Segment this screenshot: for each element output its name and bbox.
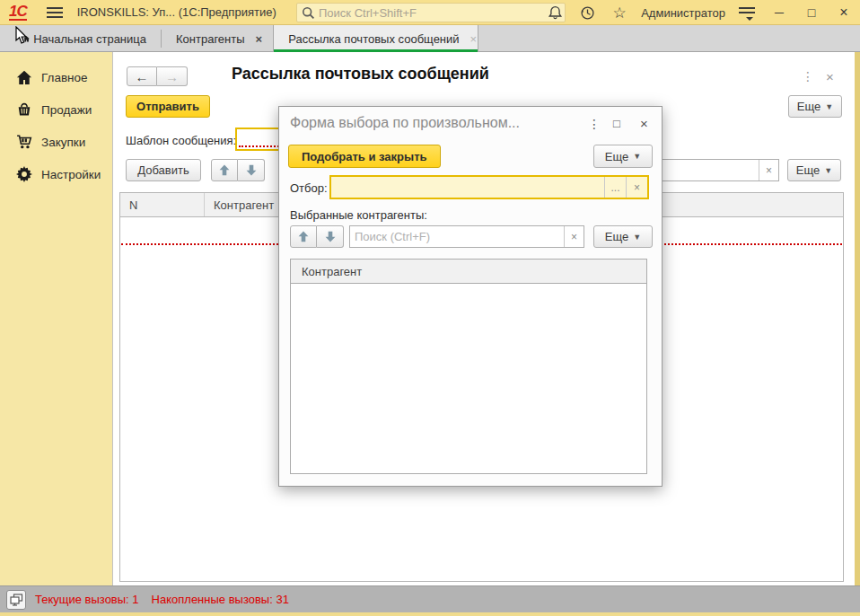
form-close-icon[interactable]: × [826, 69, 834, 84]
sidebar-item-sales[interactable]: Продажи [0, 93, 112, 126]
arrow-down-icon [325, 231, 336, 242]
form-menu-kebab-icon[interactable]: ⋮ [802, 69, 814, 84]
dialog-title: Форма выбора по произвольном... [290, 115, 520, 131]
status-bar: Текущие вызовы: 1 Накопленные вызовы: 31 [0, 585, 860, 612]
global-search-input[interactable] [315, 6, 565, 20]
dialog-search-field: × [349, 225, 584, 248]
sidebar-item-label: Настройки [41, 168, 101, 181]
add-button[interactable]: Добавить [126, 159, 201, 181]
dialog-move-down-button[interactable] [317, 225, 344, 248]
selection-form-dialog: Форма выбора по произвольном... ⋮ □ × По… [278, 106, 663, 487]
sidebar-item-main[interactable]: Главное [0, 61, 112, 93]
notifications-bell-icon[interactable] [539, 0, 571, 25]
tab-label: Начальная страница [33, 32, 146, 46]
1c-logo-icon: 1С [9, 4, 27, 21]
arrow-up-icon [219, 164, 230, 176]
dialog-menu-kebab-icon[interactable]: ⋮ [588, 117, 601, 131]
window-bottom-frame [0, 612, 860, 616]
more-button-table[interactable]: Еще▼ [787, 159, 841, 181]
template-label: Шаблон сообщения: [126, 134, 236, 147]
column-header-counterparty[interactable]: Контрагент [291, 260, 646, 284]
minimize-button[interactable]: ─ [763, 0, 795, 25]
window-right-frame [855, 52, 860, 585]
send-button[interactable]: Отправить [126, 95, 210, 118]
favorites-star-icon[interactable]: ☆ [603, 0, 636, 25]
pick-and-close-button[interactable]: Подобрать и закрыть [288, 145, 441, 168]
maximize-button[interactable]: □ [795, 0, 828, 25]
search-icon [302, 6, 315, 20]
global-search[interactable] [296, 3, 566, 22]
page-title: Рассылка почтовых сообщений [232, 65, 489, 84]
column-header-n[interactable]: N [120, 193, 205, 216]
close-window-button[interactable]: × [828, 0, 860, 25]
forward-button[interactable]: → [157, 66, 188, 86]
arrow-down-icon [246, 164, 257, 176]
sidebar-item-label: Главное [41, 71, 88, 84]
basket-icon [15, 101, 33, 119]
clear-search-icon[interactable]: × [759, 160, 778, 180]
title-bar: 1С IRONSKILLS: Уп... (1С:Предприятие) ☆ … [0, 0, 860, 25]
tab-label: Рассылка почтовых сообщений [288, 32, 459, 46]
tab-label: Контрагенты [176, 32, 245, 46]
sidebar-item-settings[interactable]: Настройки [0, 158, 112, 190]
dialog-search-input[interactable] [350, 226, 564, 247]
sidebar-item-label: Продажи [41, 103, 92, 117]
tab-mailing[interactable]: Рассылка почтовых сообщений × [273, 25, 478, 52]
dialog-more-button-top[interactable]: Еще▼ [593, 145, 653, 168]
filter-label: Отбор: [290, 181, 328, 195]
dialog-move-row-group [290, 225, 344, 248]
selected-counterparties-label: Выбранные контрагенты: [290, 208, 427, 222]
move-row-group [211, 159, 265, 181]
cart-icon [15, 133, 33, 151]
more-button-top[interactable]: Еще▼ [788, 95, 842, 118]
chevron-down-icon: ▼ [633, 152, 641, 161]
tab-close-icon[interactable]: × [256, 32, 263, 46]
user-menu-icon[interactable] [731, 0, 763, 25]
clear-search-icon[interactable]: × [564, 226, 584, 247]
chevron-down-icon: ▼ [824, 166, 832, 175]
sidebar: Главное Продажи Закупки Настройки [0, 52, 112, 585]
back-button[interactable]: ← [127, 66, 157, 86]
accumulated-calls-status: Накопленные вызовы: 31 [152, 593, 289, 606]
chevron-down-icon: ▼ [633, 233, 641, 242]
home-icon [23, 32, 30, 46]
dialog-more-button-list[interactable]: Еще▼ [593, 225, 653, 248]
dialog-move-up-button[interactable] [290, 225, 317, 248]
main-menu-icon[interactable] [47, 7, 63, 18]
move-up-button[interactable] [211, 159, 238, 181]
tab-close-icon[interactable]: × [470, 32, 478, 46]
chevron-down-icon: ▼ [825, 102, 833, 111]
selected-counterparties-table: Контрагент [290, 259, 647, 474]
current-calls-status: Текущие вызовы: 1 [35, 593, 139, 606]
filter-field[interactable]: ... × [329, 175, 649, 199]
gear-icon [15, 165, 33, 183]
history-nav-group: ← → [127, 66, 188, 86]
dialog-maximize-icon[interactable]: □ [613, 117, 620, 130]
clear-filter-icon[interactable]: × [626, 177, 647, 198]
history-icon[interactable] [571, 0, 603, 25]
server-calls-icon[interactable] [6, 590, 26, 610]
arrow-up-icon [298, 231, 309, 242]
choose-ellipsis-button[interactable]: ... [604, 177, 626, 198]
dialog-close-icon[interactable]: × [640, 116, 648, 131]
tab-counterparties[interactable]: Контрагенты × [162, 25, 273, 52]
home-icon [15, 68, 33, 86]
sidebar-item-purchases[interactable]: Закупки [0, 126, 112, 158]
sidebar-item-label: Закупки [41, 136, 85, 149]
current-user[interactable]: Администратор [636, 6, 731, 20]
tab-home[interactable]: Начальная страница [0, 25, 161, 52]
app-window: 1С IRONSKILLS: Уп... (1С:Предприятие) ☆ … [0, 0, 860, 616]
tab-bar: Начальная страница Контрагенты × Рассылк… [0, 25, 860, 52]
move-down-button[interactable] [238, 159, 265, 181]
app-title: IRONSKILLS: Уп... (1С:Предприятие) [77, 5, 276, 19]
